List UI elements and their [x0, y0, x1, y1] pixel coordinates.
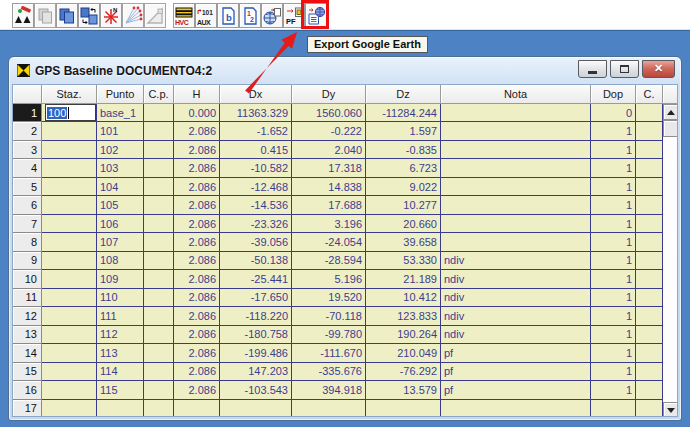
cell-dop[interactable]: 1	[591, 326, 636, 344]
cell-dx[interactable]: -23.326	[220, 215, 292, 233]
cell-cp[interactable]	[144, 363, 174, 381]
network-adjustment-button[interactable]: N	[100, 3, 122, 28]
cell-dx[interactable]: -25.441	[220, 270, 292, 288]
cell-dop[interactable]: 1	[591, 381, 636, 399]
cell-nota[interactable]: ndiv	[441, 270, 591, 288]
cell-staz[interactable]	[42, 400, 97, 417]
cell-dx[interactable]: 147.203	[220, 363, 292, 381]
cell-dy[interactable]: 17.688	[292, 196, 366, 214]
cell-punto[interactable]: 111	[97, 307, 144, 325]
cell-punto[interactable]: base_1	[97, 104, 144, 122]
cell-dy[interactable]: 14.838	[292, 178, 366, 196]
cell-c[interactable]	[636, 344, 663, 362]
cell-cp[interactable]	[144, 178, 174, 196]
column-header-punto[interactable]: Punto	[97, 85, 144, 104]
cell-dx[interactable]: -12.468	[220, 178, 292, 196]
cell-dz[interactable]: 21.189	[366, 270, 441, 288]
column-header-dx[interactable]: Dx	[220, 85, 292, 104]
exchange-baselines-button[interactable]	[78, 3, 100, 28]
cell-staz[interactable]	[42, 289, 97, 307]
minimize-button[interactable]	[578, 60, 607, 78]
survey-points-button[interactable]	[12, 3, 34, 28]
cell-dop[interactable]: 1	[591, 344, 636, 362]
cell-c[interactable]	[636, 363, 663, 381]
cell-cp[interactable]	[144, 196, 174, 214]
cell-dy[interactable]: 17.318	[292, 159, 366, 177]
cell-dy[interactable]: -24.054	[292, 233, 366, 251]
cell-staz[interactable]	[42, 159, 97, 177]
cell-cp[interactable]	[144, 141, 174, 159]
cell-dop[interactable]: 1	[591, 215, 636, 233]
cell-h[interactable]: 2.086	[174, 178, 220, 196]
cell-nota[interactable]	[441, 159, 591, 177]
cell-dop[interactable]: 1	[591, 270, 636, 288]
cell-dy[interactable]: 3.196	[292, 215, 366, 233]
cell-dop[interactable]: 1	[591, 252, 636, 270]
cell-cp[interactable]	[144, 215, 174, 233]
row-number-cell[interactable]: 5	[13, 178, 42, 196]
cell-h[interactable]: 2.086	[174, 326, 220, 344]
cell-dz[interactable]: -11284.244	[366, 104, 441, 122]
cell-dy[interactable]: 1560.060	[292, 104, 366, 122]
row-number-cell[interactable]: 17	[13, 400, 42, 417]
cell-dop[interactable]: 0	[591, 104, 636, 122]
scroll-up-button[interactable]	[663, 104, 678, 120]
cell-dz[interactable]: 13.579	[366, 381, 441, 399]
row-number-cell[interactable]: 12	[13, 307, 42, 325]
cell-punto[interactable]: 108	[97, 252, 144, 270]
export-doc-b-button[interactable]: b	[217, 3, 239, 28]
cell-nota[interactable]: ndiv	[441, 252, 591, 270]
cell-c[interactable]	[636, 289, 663, 307]
radial-baselines-button[interactable]	[122, 3, 144, 28]
cell-staz[interactable]	[42, 307, 97, 325]
cell-nota[interactable]	[441, 215, 591, 233]
hvc-table-button[interactable]: HVC	[173, 3, 195, 28]
cell-cp[interactable]	[144, 381, 174, 399]
cell-dz[interactable]: -76.292	[366, 363, 441, 381]
cell-dop[interactable]: 1	[591, 122, 636, 140]
cell-punto[interactable]: 112	[97, 326, 144, 344]
cell-nota[interactable]	[441, 233, 591, 251]
cell-dx[interactable]: 0.415	[220, 141, 292, 159]
cell-cp[interactable]	[144, 233, 174, 251]
cell-punto[interactable]: 102	[97, 141, 144, 159]
cell-nota[interactable]	[441, 400, 591, 417]
cell-dx[interactable]: 11363.329	[220, 104, 292, 122]
cell-h[interactable]: 2.086	[174, 270, 220, 288]
cell-dz[interactable]: 10.277	[366, 196, 441, 214]
cell-h[interactable]: 2.086	[174, 307, 220, 325]
cell-staz[interactable]	[42, 122, 97, 140]
cell-dy[interactable]: 2.040	[292, 141, 366, 159]
cell-dz[interactable]: 10.412	[366, 289, 441, 307]
cell-staz[interactable]	[42, 178, 97, 196]
row-number-cell[interactable]: 7	[13, 215, 42, 233]
cell-nota[interactable]: pf	[441, 381, 591, 399]
cell-punto[interactable]: 114	[97, 363, 144, 381]
cell-c[interactable]	[636, 215, 663, 233]
cell-nota[interactable]	[441, 196, 591, 214]
column-header-dop[interactable]: Dop	[591, 85, 636, 104]
cell-h[interactable]: 2.086	[174, 289, 220, 307]
cell-cp[interactable]	[144, 344, 174, 362]
cell-punto[interactable]: 101	[97, 122, 144, 140]
cell-c[interactable]	[636, 104, 663, 122]
cell-dx[interactable]: -199.486	[220, 344, 292, 362]
cell-dop[interactable]: 1	[591, 233, 636, 251]
cell-c[interactable]	[636, 122, 663, 140]
export-globe-doc-button[interactable]	[261, 3, 283, 28]
scrollbar-track[interactable]	[663, 137, 678, 402]
cell-dop[interactable]	[591, 400, 636, 417]
cell-nota[interactable]	[441, 122, 591, 140]
column-header-cp[interactable]: C.p.	[144, 85, 174, 104]
cell-c[interactable]	[636, 141, 663, 159]
cell-dop[interactable]: 1	[591, 159, 636, 177]
cell-c[interactable]	[636, 400, 663, 417]
row-number-cell[interactable]: 8	[13, 233, 42, 251]
cell-dz[interactable]: 39.658	[366, 233, 441, 251]
row-number-cell[interactable]: 4	[13, 159, 42, 177]
cell-staz[interactable]	[42, 344, 97, 362]
cell-punto[interactable]: 107	[97, 233, 144, 251]
export-doc-12-button[interactable]: 12	[239, 3, 261, 28]
cell-h[interactable]: 2.086	[174, 215, 220, 233]
aux-101-button[interactable]: 101AUX	[195, 3, 217, 28]
